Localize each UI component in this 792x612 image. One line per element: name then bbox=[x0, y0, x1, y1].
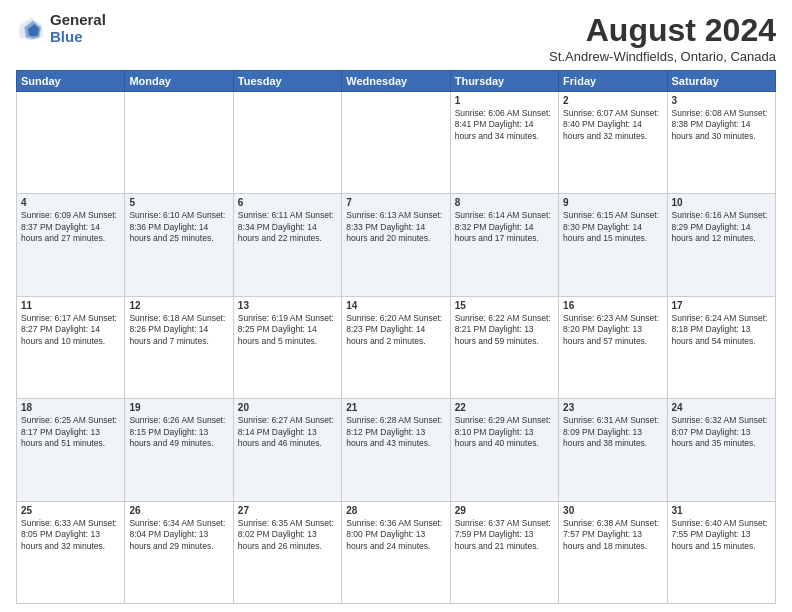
day-info-29: Sunrise: 6:37 AM Sunset: 7:59 PM Dayligh… bbox=[455, 518, 554, 552]
day-info-9: Sunrise: 6:15 AM Sunset: 8:30 PM Dayligh… bbox=[563, 210, 662, 244]
day-number-18: 18 bbox=[21, 402, 120, 413]
day-number-21: 21 bbox=[346, 402, 445, 413]
col-tuesday: Tuesday bbox=[233, 71, 341, 92]
week-row-1: 1Sunrise: 6:06 AM Sunset: 8:41 PM Daylig… bbox=[17, 92, 776, 194]
day-cell-2-0: 11Sunrise: 6:17 AM Sunset: 8:27 PM Dayli… bbox=[17, 296, 125, 398]
day-number-22: 22 bbox=[455, 402, 554, 413]
day-number-29: 29 bbox=[455, 505, 554, 516]
day-info-15: Sunrise: 6:22 AM Sunset: 8:21 PM Dayligh… bbox=[455, 313, 554, 347]
day-cell-1-4: 8Sunrise: 6:14 AM Sunset: 8:32 PM Daylig… bbox=[450, 194, 558, 296]
day-number-16: 16 bbox=[563, 300, 662, 311]
col-thursday: Thursday bbox=[450, 71, 558, 92]
day-number-15: 15 bbox=[455, 300, 554, 311]
day-info-3: Sunrise: 6:08 AM Sunset: 8:38 PM Dayligh… bbox=[672, 108, 771, 142]
day-info-7: Sunrise: 6:13 AM Sunset: 8:33 PM Dayligh… bbox=[346, 210, 445, 244]
day-number-2: 2 bbox=[563, 95, 662, 106]
day-info-12: Sunrise: 6:18 AM Sunset: 8:26 PM Dayligh… bbox=[129, 313, 228, 347]
day-number-9: 9 bbox=[563, 197, 662, 208]
day-cell-3-6: 24Sunrise: 6:32 AM Sunset: 8:07 PM Dayli… bbox=[667, 399, 775, 501]
day-info-26: Sunrise: 6:34 AM Sunset: 8:04 PM Dayligh… bbox=[129, 518, 228, 552]
day-info-19: Sunrise: 6:26 AM Sunset: 8:15 PM Dayligh… bbox=[129, 415, 228, 449]
day-cell-2-1: 12Sunrise: 6:18 AM Sunset: 8:26 PM Dayli… bbox=[125, 296, 233, 398]
day-info-14: Sunrise: 6:20 AM Sunset: 8:23 PM Dayligh… bbox=[346, 313, 445, 347]
day-info-18: Sunrise: 6:25 AM Sunset: 8:17 PM Dayligh… bbox=[21, 415, 120, 449]
day-cell-4-6: 31Sunrise: 6:40 AM Sunset: 7:55 PM Dayli… bbox=[667, 501, 775, 603]
day-info-25: Sunrise: 6:33 AM Sunset: 8:05 PM Dayligh… bbox=[21, 518, 120, 552]
week-row-4: 18Sunrise: 6:25 AM Sunset: 8:17 PM Dayli… bbox=[17, 399, 776, 501]
day-number-31: 31 bbox=[672, 505, 771, 516]
day-number-1: 1 bbox=[455, 95, 554, 106]
day-info-27: Sunrise: 6:35 AM Sunset: 8:02 PM Dayligh… bbox=[238, 518, 337, 552]
calendar-header-row: Sunday Monday Tuesday Wednesday Thursday… bbox=[17, 71, 776, 92]
day-number-27: 27 bbox=[238, 505, 337, 516]
day-cell-3-4: 22Sunrise: 6:29 AM Sunset: 8:10 PM Dayli… bbox=[450, 399, 558, 501]
day-cell-0-3 bbox=[342, 92, 450, 194]
day-cell-2-6: 17Sunrise: 6:24 AM Sunset: 8:18 PM Dayli… bbox=[667, 296, 775, 398]
logo-blue-text: Blue bbox=[50, 29, 106, 46]
logo-text: General Blue bbox=[50, 12, 106, 45]
day-cell-1-6: 10Sunrise: 6:16 AM Sunset: 8:29 PM Dayli… bbox=[667, 194, 775, 296]
day-number-28: 28 bbox=[346, 505, 445, 516]
day-info-23: Sunrise: 6:31 AM Sunset: 8:09 PM Dayligh… bbox=[563, 415, 662, 449]
day-number-7: 7 bbox=[346, 197, 445, 208]
day-info-10: Sunrise: 6:16 AM Sunset: 8:29 PM Dayligh… bbox=[672, 210, 771, 244]
header: General Blue August 2024 St.Andrew-Windf… bbox=[16, 12, 776, 64]
day-cell-3-3: 21Sunrise: 6:28 AM Sunset: 8:12 PM Dayli… bbox=[342, 399, 450, 501]
day-cell-4-2: 27Sunrise: 6:35 AM Sunset: 8:02 PM Dayli… bbox=[233, 501, 341, 603]
day-number-6: 6 bbox=[238, 197, 337, 208]
day-info-28: Sunrise: 6:36 AM Sunset: 8:00 PM Dayligh… bbox=[346, 518, 445, 552]
day-info-2: Sunrise: 6:07 AM Sunset: 8:40 PM Dayligh… bbox=[563, 108, 662, 142]
day-info-8: Sunrise: 6:14 AM Sunset: 8:32 PM Dayligh… bbox=[455, 210, 554, 244]
day-cell-0-6: 3Sunrise: 6:08 AM Sunset: 8:38 PM Daylig… bbox=[667, 92, 775, 194]
day-number-11: 11 bbox=[21, 300, 120, 311]
day-cell-3-1: 19Sunrise: 6:26 AM Sunset: 8:15 PM Dayli… bbox=[125, 399, 233, 501]
day-info-30: Sunrise: 6:38 AM Sunset: 7:57 PM Dayligh… bbox=[563, 518, 662, 552]
day-info-5: Sunrise: 6:10 AM Sunset: 8:36 PM Dayligh… bbox=[129, 210, 228, 244]
day-cell-1-0: 4Sunrise: 6:09 AM Sunset: 8:37 PM Daylig… bbox=[17, 194, 125, 296]
day-info-13: Sunrise: 6:19 AM Sunset: 8:25 PM Dayligh… bbox=[238, 313, 337, 347]
day-number-5: 5 bbox=[129, 197, 228, 208]
day-info-31: Sunrise: 6:40 AM Sunset: 7:55 PM Dayligh… bbox=[672, 518, 771, 552]
col-monday: Monday bbox=[125, 71, 233, 92]
day-info-24: Sunrise: 6:32 AM Sunset: 8:07 PM Dayligh… bbox=[672, 415, 771, 449]
day-number-12: 12 bbox=[129, 300, 228, 311]
day-cell-3-2: 20Sunrise: 6:27 AM Sunset: 8:14 PM Dayli… bbox=[233, 399, 341, 501]
day-info-11: Sunrise: 6:17 AM Sunset: 8:27 PM Dayligh… bbox=[21, 313, 120, 347]
day-info-6: Sunrise: 6:11 AM Sunset: 8:34 PM Dayligh… bbox=[238, 210, 337, 244]
day-info-22: Sunrise: 6:29 AM Sunset: 8:10 PM Dayligh… bbox=[455, 415, 554, 449]
col-wednesday: Wednesday bbox=[342, 71, 450, 92]
day-number-19: 19 bbox=[129, 402, 228, 413]
day-info-20: Sunrise: 6:27 AM Sunset: 8:14 PM Dayligh… bbox=[238, 415, 337, 449]
day-number-4: 4 bbox=[21, 197, 120, 208]
day-info-4: Sunrise: 6:09 AM Sunset: 8:37 PM Dayligh… bbox=[21, 210, 120, 244]
day-number-10: 10 bbox=[672, 197, 771, 208]
day-number-30: 30 bbox=[563, 505, 662, 516]
col-friday: Friday bbox=[559, 71, 667, 92]
page: General Blue August 2024 St.Andrew-Windf… bbox=[0, 0, 792, 612]
day-number-3: 3 bbox=[672, 95, 771, 106]
week-row-5: 25Sunrise: 6:33 AM Sunset: 8:05 PM Dayli… bbox=[17, 501, 776, 603]
col-sunday: Sunday bbox=[17, 71, 125, 92]
day-cell-1-3: 7Sunrise: 6:13 AM Sunset: 8:33 PM Daylig… bbox=[342, 194, 450, 296]
day-cell-3-5: 23Sunrise: 6:31 AM Sunset: 8:09 PM Dayli… bbox=[559, 399, 667, 501]
day-info-16: Sunrise: 6:23 AM Sunset: 8:20 PM Dayligh… bbox=[563, 313, 662, 347]
day-cell-1-1: 5Sunrise: 6:10 AM Sunset: 8:36 PM Daylig… bbox=[125, 194, 233, 296]
day-info-21: Sunrise: 6:28 AM Sunset: 8:12 PM Dayligh… bbox=[346, 415, 445, 449]
day-cell-4-1: 26Sunrise: 6:34 AM Sunset: 8:04 PM Dayli… bbox=[125, 501, 233, 603]
col-saturday: Saturday bbox=[667, 71, 775, 92]
day-cell-4-5: 30Sunrise: 6:38 AM Sunset: 7:57 PM Dayli… bbox=[559, 501, 667, 603]
week-row-2: 4Sunrise: 6:09 AM Sunset: 8:37 PM Daylig… bbox=[17, 194, 776, 296]
day-number-25: 25 bbox=[21, 505, 120, 516]
day-cell-4-4: 29Sunrise: 6:37 AM Sunset: 7:59 PM Dayli… bbox=[450, 501, 558, 603]
day-cell-2-3: 14Sunrise: 6:20 AM Sunset: 8:23 PM Dayli… bbox=[342, 296, 450, 398]
day-cell-0-4: 1Sunrise: 6:06 AM Sunset: 8:41 PM Daylig… bbox=[450, 92, 558, 194]
day-number-23: 23 bbox=[563, 402, 662, 413]
day-cell-4-3: 28Sunrise: 6:36 AM Sunset: 8:00 PM Dayli… bbox=[342, 501, 450, 603]
week-row-3: 11Sunrise: 6:17 AM Sunset: 8:27 PM Dayli… bbox=[17, 296, 776, 398]
calendar-title: August 2024 bbox=[549, 12, 776, 49]
day-number-8: 8 bbox=[455, 197, 554, 208]
day-number-26: 26 bbox=[129, 505, 228, 516]
day-cell-3-0: 18Sunrise: 6:25 AM Sunset: 8:17 PM Dayli… bbox=[17, 399, 125, 501]
day-number-24: 24 bbox=[672, 402, 771, 413]
logo: General Blue bbox=[16, 12, 106, 45]
